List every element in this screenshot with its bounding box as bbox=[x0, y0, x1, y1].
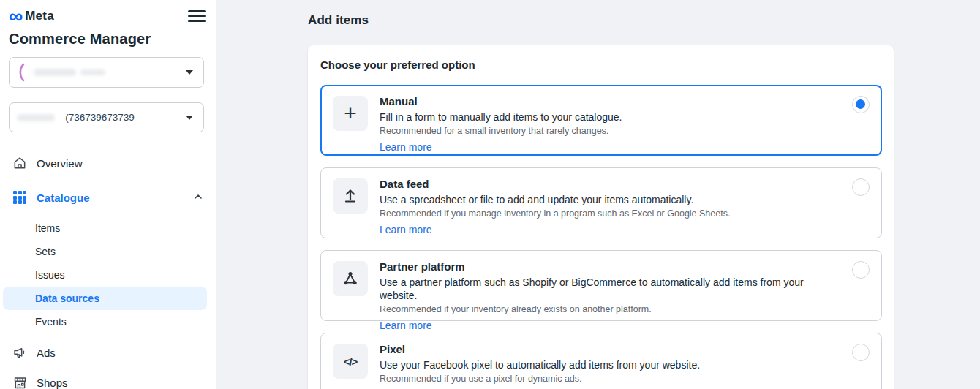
option-description: Use a partner platform such as Shopify o… bbox=[380, 276, 840, 302]
redacted-business-logo bbox=[17, 63, 26, 82]
option-partner-platform[interactable]: Partner platform Use a partner platform … bbox=[320, 250, 882, 321]
option-text: Pixel Use your Facebook pixel to automat… bbox=[380, 342, 840, 389]
learn-more-link[interactable]: Learn more bbox=[380, 224, 432, 236]
redacted-text bbox=[34, 69, 76, 76]
code-icon: </> bbox=[333, 344, 368, 379]
option-title: Pixel bbox=[380, 342, 840, 356]
meta-logo: ∞ Meta bbox=[9, 9, 54, 23]
sidebar-subitem-sets[interactable]: Sets bbox=[3, 240, 210, 263]
home-icon bbox=[12, 155, 28, 171]
business-selector[interactable] bbox=[9, 57, 204, 88]
sidebar: ∞ Meta Commerce Manager – (736739673739 bbox=[0, 0, 216, 389]
page-title: Add items bbox=[308, 13, 980, 28]
option-title: Partner platform bbox=[380, 260, 840, 273]
upload-icon bbox=[333, 178, 368, 214]
meta-infinity-icon: ∞ bbox=[9, 9, 22, 23]
redacted-text bbox=[17, 114, 55, 121]
sidebar-subitem-items[interactable]: Items bbox=[3, 216, 210, 240]
option-title: Data feed bbox=[380, 177, 840, 191]
caret-down-icon bbox=[186, 70, 193, 75]
option-manual[interactable]: + Manual Fill in a form to manually add … bbox=[320, 85, 882, 156]
option-title: Manual bbox=[380, 94, 840, 108]
sidebar-item-overview[interactable]: Overview bbox=[0, 154, 216, 172]
catalogue-id-text: (736739673739 bbox=[65, 112, 135, 123]
caret-down-icon bbox=[186, 116, 193, 120]
option-recommendation: Recommended if your inventory already ex… bbox=[380, 304, 840, 315]
sidebar-subitem-events[interactable]: Events bbox=[3, 310, 210, 333]
hamburger-icon bbox=[188, 10, 206, 12]
radio-pixel[interactable] bbox=[852, 344, 870, 361]
sidebar-item-label: Overview bbox=[37, 157, 83, 170]
sidebar-subitem-data-sources[interactable]: Data sources bbox=[3, 287, 207, 310]
options-card: Choose your preferred option + Manual Fi… bbox=[308, 45, 894, 389]
sidebar-item-label: Shops bbox=[37, 377, 68, 389]
option-description: Fill in a form to manually add items to … bbox=[380, 110, 840, 124]
chevron-up-icon[interactable] bbox=[192, 191, 204, 205]
sidebar-item-label: Catalogue bbox=[37, 192, 90, 204]
sidebar-header: ∞ Meta bbox=[0, 0, 216, 23]
radio-manual[interactable] bbox=[852, 96, 870, 113]
sidebar-item-catalogue[interactable]: Catalogue bbox=[0, 189, 216, 206]
card-title: Choose your preferred option bbox=[320, 58, 882, 71]
learn-more-link[interactable]: Learn more bbox=[380, 141, 432, 154]
redacted-text bbox=[80, 69, 105, 75]
option-recommendation: Recommended for a small inventory that r… bbox=[380, 126, 840, 137]
menu-toggle-button[interactable] bbox=[188, 9, 206, 23]
option-text: Partner platform Use a partner platform … bbox=[380, 260, 840, 311]
option-pixel[interactable]: </> Pixel Use your Facebook pixel to aut… bbox=[320, 333, 882, 389]
brand-name: Meta bbox=[25, 9, 54, 23]
main-content: Add items Choose your preferred option +… bbox=[216, 0, 980, 389]
megaphone-icon bbox=[12, 344, 28, 360]
redacted-text: – bbox=[59, 112, 64, 123]
grid-icon bbox=[12, 189, 28, 205]
sidebar-item-shops[interactable]: Shops bbox=[0, 374, 216, 389]
sidebar-nav: Overview Catalogue Items Sets Issues Dat… bbox=[0, 154, 216, 389]
plus-icon: + bbox=[333, 96, 368, 131]
option-recommendation: Recommended if you use a pixel for dynam… bbox=[380, 374, 840, 385]
option-data-feed[interactable]: Data feed Use a spreadsheet or file to a… bbox=[320, 167, 882, 238]
option-text: Data feed Use a spreadsheet or file to a… bbox=[380, 177, 840, 229]
catalogue-selector[interactable]: – (736739673739 bbox=[9, 102, 204, 132]
catalogue-submenu: Items Sets Issues Data sources Events bbox=[0, 216, 216, 333]
sidebar-item-ads[interactable]: Ads bbox=[0, 344, 216, 361]
app-title: Commerce Manager bbox=[0, 23, 216, 48]
option-description: Use your Facebook pixel to automatically… bbox=[380, 358, 840, 371]
sidebar-subitem-issues[interactable]: Issues bbox=[3, 263, 210, 287]
sidebar-item-label: Ads bbox=[37, 347, 56, 359]
option-text: Manual Fill in a form to manually add it… bbox=[380, 94, 840, 146]
option-description: Use a spreadsheet or file to add and upd… bbox=[380, 193, 840, 206]
learn-more-link[interactable]: Learn more bbox=[380, 320, 432, 332]
storefront-icon bbox=[12, 374, 28, 389]
radio-partner-platform[interactable] bbox=[852, 261, 870, 279]
radio-data-feed[interactable] bbox=[852, 178, 870, 196]
partner-network-icon bbox=[333, 261, 368, 296]
option-recommendation: Recommended if you manage inventory in a… bbox=[380, 208, 840, 219]
